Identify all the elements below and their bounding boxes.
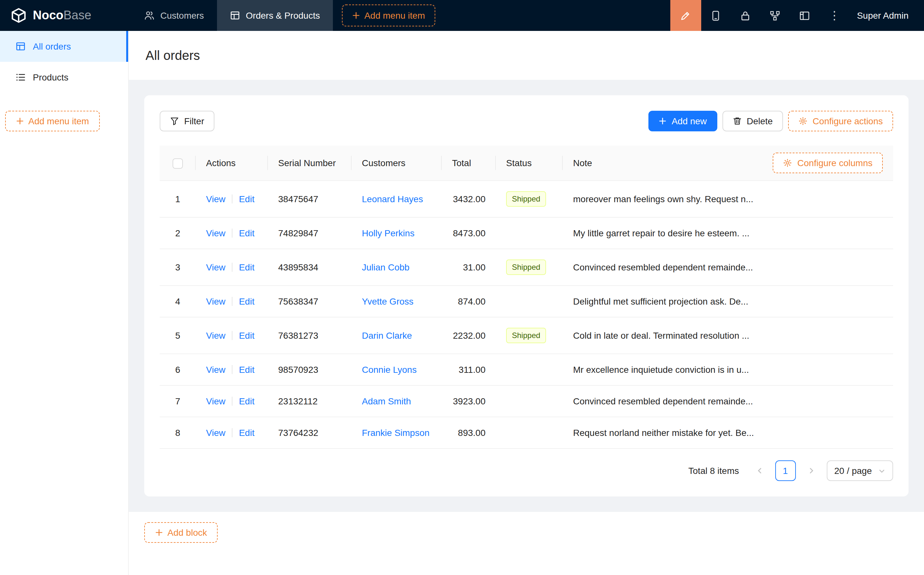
- logo-text-light: Base: [64, 8, 91, 22]
- view-link[interactable]: View: [206, 396, 225, 406]
- mobile-button[interactable]: [701, 0, 731, 31]
- plus-icon: [16, 117, 24, 125]
- more-icon: ⋮: [829, 8, 840, 22]
- total-value: 874.00: [458, 296, 486, 307]
- note-text: Cold in late or deal. Terminated resolut…: [573, 330, 749, 341]
- layout-button[interactable]: [790, 0, 820, 31]
- edit-link[interactable]: Edit: [239, 296, 254, 307]
- configure-columns-button-label: Configure columns: [797, 158, 873, 168]
- total-value: 31.00: [463, 262, 486, 272]
- mobile-icon: [711, 10, 721, 21]
- serial-number: 43895834: [278, 262, 318, 272]
- api-icon: [770, 10, 781, 21]
- nocobase-logo-icon: [10, 7, 27, 24]
- page-size-select[interactable]: 20 / page: [826, 461, 893, 481]
- action-divider: [232, 263, 232, 272]
- header-add-menu-item-button[interactable]: Add menu item: [342, 5, 435, 26]
- nav-item-orders-products[interactable]: Orders & Products: [217, 0, 333, 31]
- view-link[interactable]: View: [206, 262, 225, 272]
- content-area: Filter Add new: [129, 80, 924, 512]
- row-index: 3: [175, 262, 180, 272]
- edit-link[interactable]: Edit: [239, 427, 254, 438]
- next-page-button[interactable]: [801, 461, 821, 481]
- column-header-note: Note: [573, 158, 592, 168]
- list-icon: [16, 72, 26, 83]
- ui-editor-button[interactable]: [670, 0, 701, 31]
- nav-item-label: Orders & Products: [246, 10, 320, 21]
- total-value: 311.00: [459, 364, 486, 375]
- table-row: 6 ViewEdit 98570923 Connie Lyons 311.00 …: [160, 354, 893, 385]
- more-button[interactable]: ⋮: [820, 0, 849, 31]
- configure-actions-button[interactable]: Configure actions: [788, 111, 893, 131]
- view-link[interactable]: View: [206, 228, 225, 238]
- edit-link[interactable]: Edit: [239, 364, 254, 375]
- header-spacer: [435, 0, 670, 31]
- lock-button[interactable]: [731, 0, 760, 31]
- customer-link[interactable]: Yvette Gross: [362, 296, 413, 307]
- customer-link[interactable]: Darin Clarke: [362, 330, 412, 341]
- view-link[interactable]: View: [206, 364, 225, 375]
- customer-link[interactable]: Leonard Hayes: [362, 194, 423, 204]
- total-value: 2232.00: [453, 330, 486, 341]
- add-block-button-label: Add block: [167, 527, 207, 538]
- view-link[interactable]: View: [206, 427, 225, 438]
- action-divider: [232, 297, 232, 306]
- api-button[interactable]: [760, 0, 790, 31]
- customer-link[interactable]: Adam Smith: [362, 396, 411, 406]
- filter-icon: [170, 116, 179, 125]
- edit-link[interactable]: Edit: [239, 396, 254, 406]
- sidebar-add-menu-item-button[interactable]: Add menu item: [5, 111, 100, 131]
- customer-link[interactable]: Julian Cobb: [362, 262, 410, 272]
- note-text: Delightful met sufficient projection ask…: [573, 296, 748, 307]
- row-index: 6: [175, 364, 180, 375]
- customer-link[interactable]: Frankie Simpson: [362, 427, 429, 438]
- delete-button[interactable]: Delete: [722, 111, 783, 131]
- note-text: Mr excellence inquietude conviction is i…: [573, 364, 749, 375]
- customer-link[interactable]: Holly Perkins: [362, 228, 414, 238]
- column-header-total: Total: [442, 146, 496, 181]
- status-badge: Shipped: [506, 328, 546, 343]
- table-row: 3 ViewEdit 43895834 Julian Cobb 31.00 Sh…: [160, 249, 893, 286]
- edit-link[interactable]: Edit: [239, 262, 254, 272]
- view-link[interactable]: View: [206, 296, 225, 307]
- layout-icon: [799, 10, 810, 21]
- header-add-menu-item-label: Add menu item: [364, 10, 425, 21]
- action-divider: [232, 331, 232, 340]
- table-toolbar: Filter Add new: [160, 111, 893, 131]
- configure-actions-button-label: Configure actions: [813, 116, 883, 126]
- gear-icon: [799, 116, 807, 125]
- view-link[interactable]: View: [206, 330, 225, 341]
- sidebar-item-all-orders[interactable]: All orders: [0, 31, 128, 62]
- nav-item-customers[interactable]: Customers: [131, 0, 217, 31]
- plus-icon: [155, 529, 163, 536]
- users-icon: [144, 10, 154, 21]
- logo[interactable]: NocoBase: [0, 0, 131, 31]
- row-index: 1: [175, 194, 180, 204]
- action-divider: [232, 194, 232, 203]
- user-menu[interactable]: Super Admin: [849, 0, 924, 31]
- edit-link[interactable]: Edit: [239, 228, 254, 238]
- status-badge: Shipped: [506, 259, 546, 275]
- edit-link[interactable]: Edit: [239, 330, 254, 341]
- customer-link[interactable]: Connie Lyons: [362, 364, 417, 375]
- edit-link[interactable]: Edit: [239, 194, 254, 204]
- table-row: 8 ViewEdit 73764232 Frankie Simpson 893.…: [160, 417, 893, 448]
- serial-number: 98570923: [278, 364, 318, 375]
- sidebar-item-products[interactable]: Products: [0, 62, 128, 93]
- configure-columns-button[interactable]: Configure columns: [773, 152, 883, 173]
- view-link[interactable]: View: [206, 194, 225, 204]
- table-icon: [230, 10, 240, 21]
- filter-button[interactable]: Filter: [160, 111, 214, 131]
- table-row: 4 ViewEdit 75638347 Yvette Gross 874.00 …: [160, 286, 893, 317]
- column-header-customers: Customers: [352, 146, 442, 181]
- action-divider: [232, 229, 232, 238]
- prev-page-button[interactable]: [749, 461, 770, 481]
- total-value: 8473.00: [453, 228, 486, 238]
- user-label: Super Admin: [857, 10, 908, 21]
- select-all-checkbox[interactable]: [173, 158, 183, 168]
- table-row: 7 ViewEdit 23132112 Adam Smith 3923.00 C…: [160, 385, 893, 417]
- add-new-button[interactable]: Add new: [648, 111, 717, 131]
- page-number-button[interactable]: 1: [775, 461, 795, 481]
- add-block-button[interactable]: Add block: [144, 522, 218, 543]
- orders-table: Actions Serial Number Customers Total St…: [160, 146, 893, 449]
